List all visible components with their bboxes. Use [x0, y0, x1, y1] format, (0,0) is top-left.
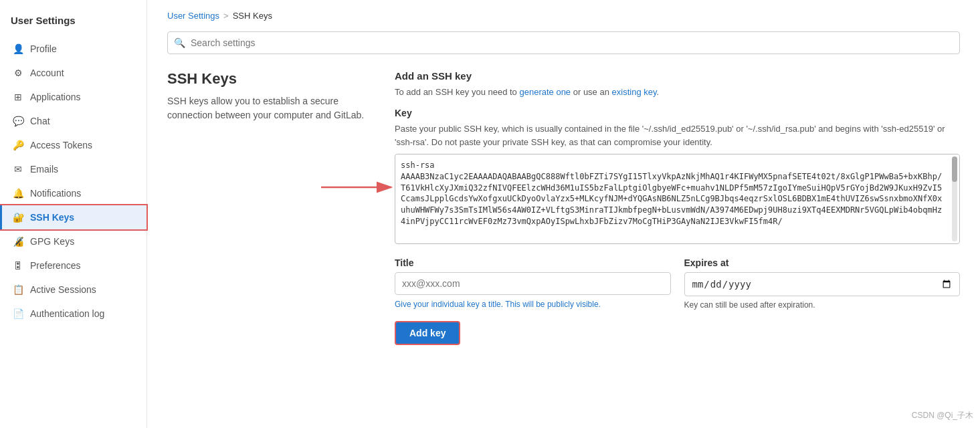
- title-label: Title: [395, 257, 671, 268]
- title-group: Title Give your individual key a title. …: [395, 257, 671, 310]
- sidebar-item-label-profile: Profile: [30, 43, 57, 54]
- expires-group: Expires at Key can still be used after e…: [684, 257, 961, 310]
- watermark: CSDN @Qi_子木: [912, 410, 973, 421]
- sidebar-item-access-tokens[interactable]: 🔑Access Tokens: [0, 133, 146, 157]
- search-input[interactable]: [167, 31, 960, 54]
- sidebar-item-gpg-keys[interactable]: 🔏GPG Keys: [0, 229, 146, 253]
- expires-hint: Key can still be used after expiration.: [684, 300, 961, 310]
- key-label: Key: [395, 108, 960, 118]
- sidebar-item-emails[interactable]: ✉Emails: [0, 157, 146, 181]
- arrow-container: ssh-rsa AAAAB3NzaC1yc2EAAAADAQABAABgQC88…: [395, 154, 960, 244]
- sidebar-item-ssh-keys[interactable]: 🔐SSH Keys: [0, 205, 146, 229]
- title-input[interactable]: [395, 272, 671, 295]
- sidebar-item-label-chat: Chat: [30, 116, 50, 126]
- sidebar-item-label-preferences: Preferences: [30, 260, 80, 271]
- gpg-keys-icon: 🔏: [13, 236, 23, 247]
- search-bar: 🔍: [167, 31, 960, 54]
- title-hint: Give your individual key a title. This w…: [395, 299, 671, 310]
- search-icon: 🔍: [174, 37, 185, 48]
- sidebar-item-account[interactable]: ⚙Account: [0, 61, 146, 85]
- breadcrumb-separator: >: [223, 11, 229, 21]
- chat-icon: 💬: [13, 116, 23, 126]
- account-icon: ⚙: [13, 68, 23, 78]
- sidebar-item-applications[interactable]: ⊞Applications: [0, 85, 146, 109]
- sidebar-item-label-authentication-log: Authentication log: [30, 308, 104, 319]
- sidebar-item-chat[interactable]: 💬Chat: [0, 109, 146, 133]
- preferences-icon: 🎛: [13, 260, 23, 271]
- sidebar-item-profile[interactable]: 👤Profile: [0, 37, 146, 61]
- authentication-log-icon: 📄: [13, 308, 23, 319]
- breadcrumb: User Settings > SSH Keys: [167, 11, 960, 21]
- sidebar-item-label-applications: Applications: [30, 92, 81, 102]
- form-row: Title Give your individual key a title. …: [395, 257, 960, 310]
- notifications-icon: 🔔: [13, 188, 23, 199]
- sidebar-item-label-ssh-keys: SSH Keys: [30, 212, 74, 223]
- expires-label: Expires at: [684, 257, 961, 268]
- existing-key-link[interactable]: existing key: [612, 87, 657, 97]
- scrollbar-thumb: [952, 156, 957, 182]
- key-instruction: To add an SSH key you need to generate o…: [395, 87, 960, 97]
- sidebar-item-label-active-sessions: Active Sessions: [30, 284, 96, 295]
- emails-icon: ✉: [13, 164, 23, 175]
- ssh-keys-icon: 🔐: [13, 212, 23, 223]
- sidebar-item-label-account: Account: [30, 68, 64, 78]
- profile-icon: 👤: [13, 43, 23, 54]
- key-textarea-wrap: ssh-rsa AAAAB3NzaC1yc2EAAAADAQABAABgQC88…: [395, 154, 960, 244]
- right-column: Add an SSH key To add an SSH key you nee…: [395, 70, 960, 345]
- key-textarea[interactable]: ssh-rsa AAAAB3NzaC1yc2EAAAADAQABAABgQC88…: [395, 154, 959, 241]
- sidebar: User Settings 👤Profile⚙Account⊞Applicati…: [0, 0, 147, 428]
- generate-key-link[interactable]: generate one: [519, 87, 571, 97]
- add-key-button[interactable]: Add key: [395, 321, 460, 345]
- access-tokens-icon: 🔑: [13, 140, 23, 150]
- scrollbar-track: [952, 156, 957, 241]
- add-ssh-key-title: Add an SSH key: [395, 70, 960, 82]
- breadcrumb-current: SSH Keys: [233, 11, 272, 21]
- page-title: SSH Keys: [167, 70, 368, 88]
- sidebar-title: User Settings: [0, 7, 146, 37]
- left-column: SSH Keys SSH keys allow you to establish…: [167, 70, 368, 345]
- sidebar-item-notifications[interactable]: 🔔Notifications: [0, 181, 146, 205]
- content-area: SSH Keys SSH keys allow you to establish…: [167, 70, 960, 345]
- applications-icon: ⊞: [13, 92, 23, 102]
- breadcrumb-parent[interactable]: User Settings: [167, 11, 219, 21]
- main-content: User Settings > SSH Keys 🔍 SSH Keys SSH …: [147, 0, 980, 428]
- sidebar-item-label-notifications: Notifications: [30, 188, 81, 199]
- page-description: SSH keys allow you to establish a secure…: [167, 94, 368, 122]
- sidebar-item-active-sessions[interactable]: 📋Active Sessions: [0, 278, 146, 302]
- sidebar-item-label-access-tokens: Access Tokens: [30, 140, 92, 150]
- sidebar-item-label-emails: Emails: [30, 164, 58, 175]
- active-sessions-icon: 📋: [13, 284, 23, 295]
- sidebar-item-preferences[interactable]: 🎛Preferences: [0, 253, 146, 278]
- expires-input[interactable]: [684, 272, 961, 296]
- key-hint: Paste your public SSH key, which is usua…: [395, 122, 960, 148]
- sidebar-item-authentication-log[interactable]: 📄Authentication log: [0, 302, 146, 326]
- sidebar-item-label-gpg-keys: GPG Keys: [30, 236, 74, 247]
